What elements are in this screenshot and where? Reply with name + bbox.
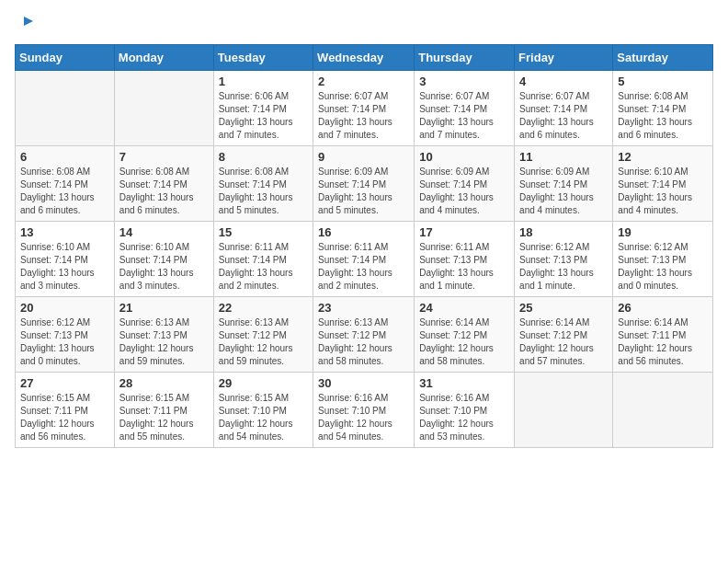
day-number: 25 <box>519 301 608 315</box>
day-number: 20 <box>20 301 109 315</box>
calendar-cell: 5Sunrise: 6:08 AM Sunset: 7:14 PM Daylig… <box>613 71 713 146</box>
day-number: 24 <box>419 301 509 315</box>
day-number: 26 <box>618 301 708 315</box>
calendar-week-3: 13Sunrise: 6:10 AM Sunset: 7:14 PM Dayli… <box>16 222 713 297</box>
day-number: 16 <box>318 225 409 239</box>
day-detail: Sunrise: 6:07 AM Sunset: 7:14 PM Dayligh… <box>419 90 509 142</box>
calendar-cell: 11Sunrise: 6:09 AM Sunset: 7:14 PM Dayli… <box>515 146 613 222</box>
calendar-cell <box>16 71 115 146</box>
day-detail: Sunrise: 6:07 AM Sunset: 7:14 PM Dayligh… <box>318 90 409 142</box>
calendar-cell: 20Sunrise: 6:12 AM Sunset: 7:13 PM Dayli… <box>16 297 115 373</box>
day-number: 11 <box>519 150 608 164</box>
page-header <box>15 15 713 33</box>
day-number: 23 <box>318 301 409 315</box>
weekday-header-saturday: Saturday <box>613 45 713 71</box>
day-detail: Sunrise: 6:13 AM Sunset: 7:12 PM Dayligh… <box>318 316 409 368</box>
calendar-cell: 3Sunrise: 6:07 AM Sunset: 7:14 PM Daylig… <box>415 71 515 146</box>
day-detail: Sunrise: 6:15 AM Sunset: 7:11 PM Dayligh… <box>119 392 209 443</box>
day-detail: Sunrise: 6:07 AM Sunset: 7:14 PM Dayligh… <box>519 90 608 142</box>
day-number: 9 <box>318 150 409 164</box>
calendar-header-row: SundayMondayTuesdayWednesdayThursdayFrid… <box>16 45 713 71</box>
weekday-header-wednesday: Wednesday <box>313 45 415 71</box>
calendar-cell: 2Sunrise: 6:07 AM Sunset: 7:14 PM Daylig… <box>313 71 415 146</box>
calendar-cell: 12Sunrise: 6:10 AM Sunset: 7:14 PM Dayli… <box>613 146 713 222</box>
logo-flag-icon <box>17 15 35 33</box>
calendar-cell <box>613 373 713 448</box>
day-detail: Sunrise: 6:11 AM Sunset: 7:14 PM Dayligh… <box>318 241 409 293</box>
day-number: 28 <box>119 376 209 390</box>
day-detail: Sunrise: 6:08 AM Sunset: 7:14 PM Dayligh… <box>119 166 209 217</box>
calendar-week-5: 27Sunrise: 6:15 AM Sunset: 7:11 PM Dayli… <box>16 373 713 448</box>
calendar-cell: 22Sunrise: 6:13 AM Sunset: 7:12 PM Dayli… <box>213 297 313 373</box>
day-number: 19 <box>618 225 708 239</box>
day-number: 15 <box>219 225 308 239</box>
calendar-cell: 10Sunrise: 6:09 AM Sunset: 7:14 PM Dayli… <box>415 146 515 222</box>
weekday-header-sunday: Sunday <box>16 45 115 71</box>
day-detail: Sunrise: 6:14 AM Sunset: 7:12 PM Dayligh… <box>519 316 608 368</box>
logo <box>15 15 35 33</box>
calendar-cell: 17Sunrise: 6:11 AM Sunset: 7:13 PM Dayli… <box>415 222 515 297</box>
calendar-cell <box>515 373 613 448</box>
day-number: 12 <box>618 150 708 164</box>
calendar-cell: 30Sunrise: 6:16 AM Sunset: 7:10 PM Dayli… <box>313 373 415 448</box>
calendar-table: SundayMondayTuesdayWednesdayThursdayFrid… <box>15 44 713 448</box>
day-detail: Sunrise: 6:12 AM Sunset: 7:13 PM Dayligh… <box>519 241 608 293</box>
calendar-cell: 26Sunrise: 6:14 AM Sunset: 7:11 PM Dayli… <box>613 297 713 373</box>
day-detail: Sunrise: 6:12 AM Sunset: 7:13 PM Dayligh… <box>20 316 109 368</box>
calendar-week-2: 6Sunrise: 6:08 AM Sunset: 7:14 PM Daylig… <box>16 146 713 222</box>
day-number: 29 <box>219 376 308 390</box>
calendar-cell: 13Sunrise: 6:10 AM Sunset: 7:14 PM Dayli… <box>16 222 115 297</box>
day-number: 8 <box>219 150 308 164</box>
calendar-cell: 16Sunrise: 6:11 AM Sunset: 7:14 PM Dayli… <box>313 222 415 297</box>
weekday-header-thursday: Thursday <box>415 45 515 71</box>
calendar-cell: 29Sunrise: 6:15 AM Sunset: 7:10 PM Dayli… <box>213 373 313 448</box>
calendar-cell: 31Sunrise: 6:16 AM Sunset: 7:10 PM Dayli… <box>415 373 515 448</box>
day-detail: Sunrise: 6:06 AM Sunset: 7:14 PM Dayligh… <box>219 90 308 142</box>
day-number: 2 <box>318 75 409 88</box>
day-detail: Sunrise: 6:08 AM Sunset: 7:14 PM Dayligh… <box>20 166 109 217</box>
weekday-header-tuesday: Tuesday <box>213 45 313 71</box>
day-number: 3 <box>419 75 509 88</box>
calendar-cell: 14Sunrise: 6:10 AM Sunset: 7:14 PM Dayli… <box>114 222 213 297</box>
day-number: 17 <box>419 225 509 239</box>
calendar-cell: 7Sunrise: 6:08 AM Sunset: 7:14 PM Daylig… <box>114 146 213 222</box>
day-number: 21 <box>119 301 209 315</box>
day-number: 6 <box>20 150 109 164</box>
calendar-cell: 15Sunrise: 6:11 AM Sunset: 7:14 PM Dayli… <box>213 222 313 297</box>
day-detail: Sunrise: 6:12 AM Sunset: 7:13 PM Dayligh… <box>618 241 708 293</box>
day-detail: Sunrise: 6:10 AM Sunset: 7:14 PM Dayligh… <box>119 241 209 293</box>
day-detail: Sunrise: 6:09 AM Sunset: 7:14 PM Dayligh… <box>419 166 509 217</box>
day-detail: Sunrise: 6:13 AM Sunset: 7:13 PM Dayligh… <box>119 316 209 368</box>
weekday-header-monday: Monday <box>114 45 213 71</box>
calendar-cell: 19Sunrise: 6:12 AM Sunset: 7:13 PM Dayli… <box>613 222 713 297</box>
svg-marker-0 <box>24 17 33 26</box>
calendar-cell <box>114 71 213 146</box>
calendar-cell: 4Sunrise: 6:07 AM Sunset: 7:14 PM Daylig… <box>515 71 613 146</box>
day-detail: Sunrise: 6:10 AM Sunset: 7:14 PM Dayligh… <box>20 241 109 293</box>
calendar-cell: 9Sunrise: 6:09 AM Sunset: 7:14 PM Daylig… <box>313 146 415 222</box>
day-number: 30 <box>318 376 409 390</box>
calendar-cell: 24Sunrise: 6:14 AM Sunset: 7:12 PM Dayli… <box>415 297 515 373</box>
day-detail: Sunrise: 6:09 AM Sunset: 7:14 PM Dayligh… <box>318 166 409 217</box>
calendar-cell: 6Sunrise: 6:08 AM Sunset: 7:14 PM Daylig… <box>16 146 115 222</box>
calendar-week-4: 20Sunrise: 6:12 AM Sunset: 7:13 PM Dayli… <box>16 297 713 373</box>
day-detail: Sunrise: 6:14 AM Sunset: 7:11 PM Dayligh… <box>618 316 708 368</box>
calendar-cell: 28Sunrise: 6:15 AM Sunset: 7:11 PM Dayli… <box>114 373 213 448</box>
calendar-cell: 18Sunrise: 6:12 AM Sunset: 7:13 PM Dayli… <box>515 222 613 297</box>
day-detail: Sunrise: 6:08 AM Sunset: 7:14 PM Dayligh… <box>219 166 308 217</box>
day-number: 18 <box>519 225 608 239</box>
day-detail: Sunrise: 6:15 AM Sunset: 7:10 PM Dayligh… <box>219 392 308 443</box>
calendar-cell: 8Sunrise: 6:08 AM Sunset: 7:14 PM Daylig… <box>213 146 313 222</box>
day-number: 5 <box>618 75 708 88</box>
day-number: 13 <box>20 225 109 239</box>
calendar-week-1: 1Sunrise: 6:06 AM Sunset: 7:14 PM Daylig… <box>16 71 713 146</box>
weekday-header-friday: Friday <box>515 45 613 71</box>
calendar-cell: 25Sunrise: 6:14 AM Sunset: 7:12 PM Dayli… <box>515 297 613 373</box>
day-number: 1 <box>219 75 308 88</box>
day-detail: Sunrise: 6:09 AM Sunset: 7:14 PM Dayligh… <box>519 166 608 217</box>
day-detail: Sunrise: 6:11 AM Sunset: 7:13 PM Dayligh… <box>419 241 509 293</box>
day-detail: Sunrise: 6:16 AM Sunset: 7:10 PM Dayligh… <box>419 392 509 443</box>
day-detail: Sunrise: 6:10 AM Sunset: 7:14 PM Dayligh… <box>618 166 708 217</box>
day-number: 7 <box>119 150 209 164</box>
day-detail: Sunrise: 6:15 AM Sunset: 7:11 PM Dayligh… <box>20 392 109 443</box>
